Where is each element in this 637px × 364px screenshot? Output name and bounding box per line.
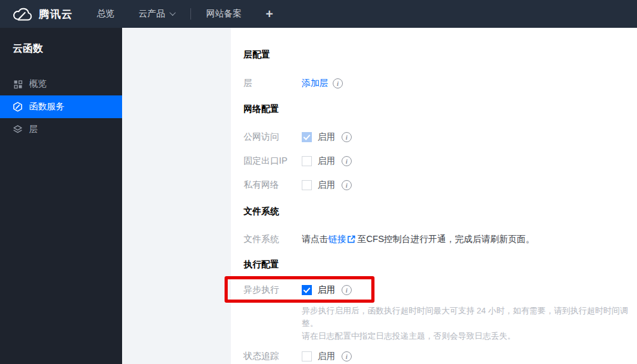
field-label-public-network: 公网访问 [244,131,302,143]
layer-row: 层 添加层 [244,76,637,90]
grid-icon [13,79,23,89]
vpc-row: 私有网络 启用 [244,178,637,192]
topbar: 腾讯云 总览 云产品 网站备案 + [0,0,637,28]
add-tab-button[interactable]: + [266,8,273,20]
external-link-icon[interactable] [347,235,356,245]
async-execution-row: 异步执行 启用 [244,283,637,297]
public-network-checkbox [302,132,312,142]
file-system-row: 文件系统 请点击链接至CFS控制台进行开通，完成后请刷新页面。 [244,233,637,246]
vpc-checkbox[interactable] [302,180,312,190]
section-title-layer-config: 层配置 [244,48,637,61]
sidebar-item-overview[interactable]: 概览 [0,73,122,95]
nav-divider [190,8,191,20]
nav-item-cloud-products[interactable]: 云产品 [139,8,174,20]
enable-label: 启用 [318,131,335,143]
public-network-row: 公网访问 启用 [244,130,637,144]
status-trace-checkbox[interactable] [302,351,312,361]
helper-line-2: 请在日志配置中指定日志投递主题，否则会导致日志丢失。 [302,330,637,343]
sidebar-item-label: 层 [29,124,38,135]
top-navigation: 总览 云产品 网站备案 + [97,8,273,20]
sidebar-item-label: 概览 [29,78,47,90]
secondary-panel [122,28,231,364]
field-label-async-execution: 异步执行 [244,284,302,296]
cfs-console-link[interactable]: 链接 [328,234,346,244]
function-icon [13,102,23,112]
tencent-cloud-logo[interactable]: 腾讯云 [11,7,73,21]
enable-label: 启用 [318,179,335,191]
section-title-file-system: 文件系统 [244,205,637,217]
field-label-layer: 层 [244,78,302,89]
fixed-egress-ip-row: 固定出口IP 启用 [244,154,637,168]
section-title-execution-config: 执行配置 [244,258,637,270]
enable-label: 启用 [318,284,335,296]
field-label-status-trace: 状态追踪 [244,351,302,362]
helper-line-1: 异步执行启用后，函数执行超时时间最大可支持 24 小时，如有需要，请到执行超时时… [302,305,637,330]
layers-icon [13,124,23,135]
sidebar-menu: 概览 函数服务 层 [0,73,122,141]
brand-name: 腾讯云 [39,7,73,21]
sidebar-item-layers[interactable]: 层 [0,118,122,141]
info-icon[interactable] [342,180,352,190]
chevron-down-icon [170,9,176,16]
sidebar-item-function-service[interactable]: 函数服务 [0,95,122,118]
info-icon[interactable] [342,132,352,142]
hint-text-after: 至CFS控制台进行开通，完成后请刷新页面。 [357,234,535,244]
field-label-file-system: 文件系统 [244,234,302,245]
enable-label: 启用 [318,351,335,362]
nav-item-overview[interactable]: 总览 [97,8,114,20]
info-icon[interactable] [342,351,352,361]
async-execution-helper-text: 异步执行启用后，函数执行超时时间最大可支持 24 小时，如有需要，请到执行超时时… [302,305,637,343]
cloud-logo-icon [11,7,33,21]
section-title-network-config: 网络配置 [244,102,637,115]
sidebar: 云函数 概览 函数服务 [0,28,122,364]
sidebar-title: 云函数 [0,28,122,56]
function-config-panel: 层配置 层 添加层 网络配置 公网访问 启用 固定出口IP 启用 私有网络 启用… [231,28,637,364]
info-icon[interactable] [342,285,352,295]
async-execution-checkbox[interactable] [302,285,312,295]
file-system-hint: 请点击链接至CFS控制台进行开通，完成后请刷新页面。 [302,234,535,245]
hint-text-before: 请点击 [302,234,328,244]
fixed-egress-ip-checkbox[interactable] [302,156,312,166]
add-layer-link[interactable]: 添加层 [302,78,328,89]
enable-label: 启用 [318,155,335,167]
field-label-vpc: 私有网络 [244,179,302,191]
status-trace-row: 状态追踪 启用 [244,349,637,363]
sidebar-item-label: 函数服务 [29,101,65,112]
info-icon[interactable] [333,78,343,88]
nav-item-icp-record[interactable]: 网站备案 [206,8,242,20]
info-icon[interactable] [342,156,352,166]
field-label-fixed-egress-ip: 固定出口IP [244,155,302,167]
